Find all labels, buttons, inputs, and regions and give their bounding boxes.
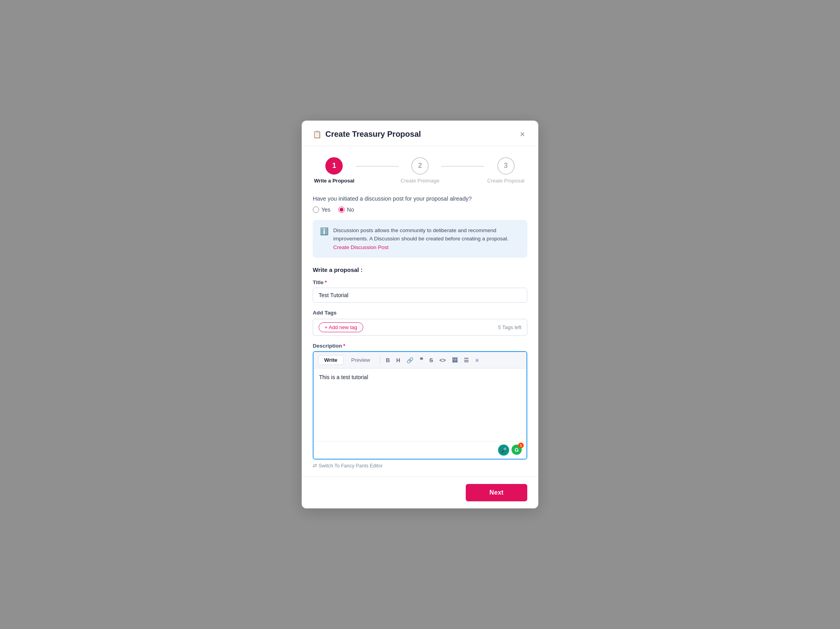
steps-indicator: 1 Write a Proposal 2 Create Preimage 3 C…	[313, 157, 527, 184]
step-3-circle: 3	[497, 157, 515, 175]
toolbar-heading[interactable]: H	[394, 356, 402, 364]
info-box: ℹ️ Discussion posts allows the community…	[313, 220, 527, 258]
title-input[interactable]	[313, 288, 527, 303]
radio-yes[interactable]	[313, 207, 319, 213]
toolbar-strikethrough[interactable]: S	[427, 356, 435, 364]
tags-label: Add Tags	[313, 310, 527, 316]
info-icon: ℹ️	[320, 227, 329, 236]
radio-no-text: No	[347, 207, 354, 213]
info-message: Discussion posts allows the community to…	[333, 227, 508, 242]
toolbar-quote[interactable]: ❝	[418, 355, 425, 365]
tags-row: + Add new tag 5 Tags left	[313, 319, 527, 336]
create-discussion-link[interactable]: Create Discussion Post	[333, 244, 388, 250]
step-connector-2	[441, 166, 484, 167]
tab-preview[interactable]: Preview	[346, 355, 376, 365]
modal-body: 1 Write a Proposal 2 Create Preimage 3 C…	[302, 146, 538, 477]
tags-remaining: 5 Tags left	[498, 324, 521, 330]
editor-toolbar: Write Preview B H 🔗 ❝ S <> 🖼 ☰ ≡	[314, 352, 526, 368]
title-required: *	[325, 279, 327, 285]
modal: 📋 Create Treasury Proposal × 1 Write a P…	[302, 121, 538, 509]
step-2-label: Create Preimage	[401, 178, 439, 184]
step-3: 3 Create Proposal	[484, 157, 527, 184]
toolbar-code[interactable]: <>	[437, 356, 448, 364]
step-1-circle: 1	[325, 157, 343, 175]
close-button[interactable]: ×	[517, 129, 527, 140]
radio-yes-text: Yes	[321, 207, 330, 213]
step-1: 1 Write a Proposal	[313, 157, 356, 184]
info-text: Discussion posts allows the community to…	[333, 226, 520, 252]
title-label: Title *	[313, 279, 527, 285]
modal-header: 📋 Create Treasury Proposal ×	[302, 121, 538, 146]
step-connector-1	[356, 166, 399, 167]
tab-write[interactable]: Write	[318, 355, 343, 365]
radio-yes-label[interactable]: Yes	[313, 207, 330, 213]
toolbar-image[interactable]: 🖼	[450, 356, 459, 364]
fancy-editor-icon: ⇄	[313, 463, 317, 469]
toolbar-unordered-list[interactable]: ≡	[473, 356, 480, 364]
modal-footer: Next	[302, 476, 538, 508]
add-tag-button[interactable]: + Add new tag	[319, 322, 363, 332]
toolbar-ordered-list[interactable]: ☰	[462, 356, 471, 364]
section-title: Write a proposal :	[313, 266, 527, 273]
mic-icon[interactable]: 🎤	[498, 445, 509, 456]
description-required: *	[343, 343, 345, 349]
modal-title-row: 📋 Create Treasury Proposal	[313, 130, 421, 139]
discussion-question: Have you initiated a discussion post for…	[313, 195, 527, 202]
fancy-editor-link[interactable]: ⇄ Switch To Fancy Pants Editor	[313, 463, 527, 469]
step-3-label: Create Proposal	[487, 178, 525, 184]
description-editor: Write Preview B H 🔗 ❝ S <> 🖼 ☰ ≡ This is…	[313, 351, 527, 460]
toolbar-separator	[380, 357, 380, 364]
description-textarea[interactable]: This is a test tutorial	[314, 368, 526, 439]
radio-no-label[interactable]: No	[338, 207, 354, 213]
modal-title: Create Treasury Proposal	[325, 130, 421, 139]
document-icon: 📋	[313, 130, 321, 139]
radio-group: Yes No	[313, 207, 527, 213]
fancy-editor-label: Switch To Fancy Pants Editor	[319, 463, 383, 469]
grammarly-badge: 1	[518, 443, 524, 448]
grammarly-button[interactable]: G 1	[511, 445, 522, 456]
editor-footer: 🎤 G 1	[314, 441, 526, 459]
toolbar-link[interactable]: 🔗	[405, 356, 415, 364]
step-2: 2 Create Preimage	[399, 157, 442, 184]
radio-no[interactable]	[338, 207, 345, 213]
modal-overlay: 📋 Create Treasury Proposal × 1 Write a P…	[0, 0, 840, 629]
step-2-circle: 2	[411, 157, 429, 175]
step-1-label: Write a Proposal	[314, 178, 354, 184]
toolbar-bold[interactable]: B	[384, 356, 392, 364]
next-button[interactable]: Next	[466, 484, 527, 501]
description-label: Description *	[313, 343, 527, 349]
